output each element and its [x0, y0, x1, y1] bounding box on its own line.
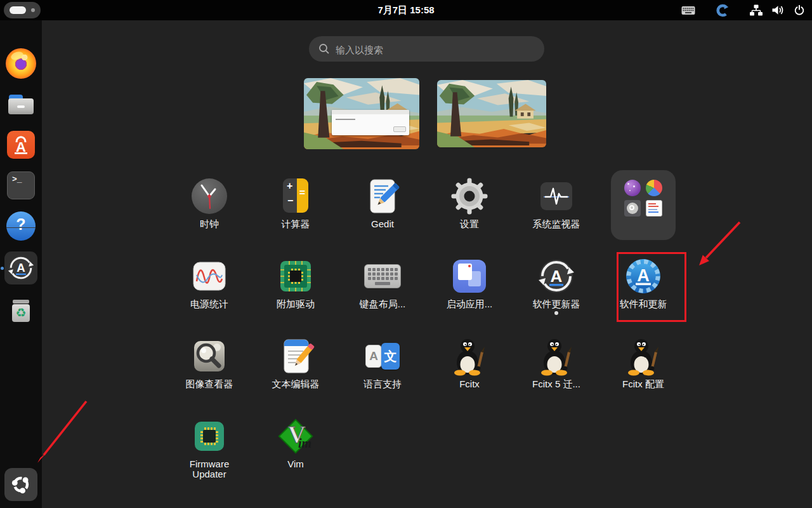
language-support-icon: A 文: [362, 336, 403, 377]
annotation-highlight-box: [617, 252, 686, 322]
firmware-updater-icon: [189, 416, 230, 457]
app-label: 图像查看器: [174, 379, 244, 389]
top-bar: 7月7日 15:58: [0, 0, 812, 20]
app-calculator[interactable]: +−= 计算器: [261, 170, 331, 246]
app-label: Fcitx 5 迁...: [521, 379, 591, 389]
dock-firefox-button[interactable]: [6, 48, 36, 79]
text-editor-icon: [275, 336, 316, 377]
ubuntu-logo-icon: [10, 473, 32, 496]
additional-drivers-icon: [275, 256, 316, 297]
vim-icon: V im: [275, 416, 316, 457]
app-label: 文本编辑器: [261, 379, 331, 389]
app-folder-tools[interactable]: 工具: [608, 170, 678, 246]
workspace-thumbnail-1[interactable]: [304, 78, 419, 149]
fcitx-penguin-icon: [449, 336, 490, 377]
dock-trash-button[interactable]: ♻: [6, 295, 36, 325]
system-monitor-icon: [536, 176, 577, 217]
dock-ubuntu-software-button[interactable]: A: [6, 130, 36, 160]
dialog-window-thumbnail[interactable]: [332, 110, 409, 135]
wallpaper: [437, 80, 546, 147]
app-label: Fcitx: [435, 379, 504, 389]
dock: A >_ ? ♻: [0, 20, 42, 508]
show-apps-button[interactable]: [4, 468, 37, 501]
running-indicator-dot: [1, 267, 4, 270]
workspace-thumbnail-2[interactable]: [437, 80, 546, 147]
app-software-updater[interactable]: 软件更新器: [521, 250, 591, 326]
app-fcitx[interactable]: Fcitx: [435, 330, 504, 406]
app-startup-applications[interactable]: 启动应用...: [435, 250, 504, 326]
app-power-statistics[interactable]: 电源统计: [174, 250, 244, 326]
app-label: Vim: [261, 459, 331, 469]
app-label: Gedit: [348, 219, 417, 229]
app-label: 设置: [435, 219, 504, 229]
app-system-monitor[interactable]: 系统监视器: [521, 170, 591, 246]
help-icon: ?: [6, 211, 36, 241]
image-viewer-icon: [189, 336, 230, 377]
dock-help-button[interactable]: ?: [6, 211, 36, 241]
app-label: 电源统计: [174, 299, 244, 309]
app-fcitx-config[interactable]: Fcitx 配置: [608, 330, 678, 406]
keyboard-icon[interactable]: [681, 6, 695, 15]
clock-icon: [189, 176, 230, 217]
app-text-editor[interactable]: 文本编辑器: [261, 330, 331, 406]
settings-gear-icon: [449, 176, 490, 217]
search-bar[interactable]: [309, 36, 544, 62]
app-vim[interactable]: V im Vim: [261, 410, 331, 486]
tools-folder-icon: [623, 176, 664, 217]
fcitx-penguin-icon: [623, 336, 664, 377]
search-input[interactable]: [334, 36, 534, 63]
terminal-icon: >_: [7, 171, 35, 199]
app-clock[interactable]: 时钟: [174, 170, 244, 246]
dock-files-button[interactable]: [6, 89, 36, 119]
app-label: 附加驱动: [261, 299, 331, 309]
annotation-arrow-to-software-and-updates: [699, 222, 740, 265]
app-image-viewer[interactable]: 图像查看器: [174, 330, 244, 406]
dock-divider: [6, 227, 36, 228]
keyboard-layout-icon: [362, 256, 403, 297]
running-indicator-dot: [554, 311, 558, 315]
app-language-support[interactable]: A 文 语言支持: [348, 330, 417, 406]
app-gedit[interactable]: Gedit: [348, 170, 417, 246]
app-settings[interactable]: 设置: [435, 170, 504, 246]
gedit-icon: [362, 176, 403, 217]
software-updater-icon: [536, 256, 577, 297]
app-label: 系统监视器: [521, 219, 591, 229]
app-fcitx5-migration[interactable]: Fcitx 5 迁...: [521, 330, 591, 406]
annotation-arrow-to-show-apps: [37, 401, 86, 463]
app-label: 键盘布局...: [348, 299, 417, 309]
app-label: 启动应用...: [435, 299, 504, 309]
dock-software-and-updates-button[interactable]: [4, 251, 37, 284]
power-icon[interactable]: [793, 4, 806, 17]
status-tray[interactable]: [681, 0, 806, 20]
search-icon: [318, 43, 330, 55]
app-label: 计算器: [261, 219, 331, 229]
app-firmware-updater[interactable]: Firmware Updater: [174, 410, 244, 486]
software-and-updates-icon: [6, 253, 36, 283]
startup-applications-icon: [449, 256, 490, 297]
dock-terminal-button[interactable]: >_: [6, 170, 36, 201]
trash-icon: ♻: [6, 295, 36, 325]
power-statistics-icon: [189, 256, 230, 297]
volume-icon[interactable]: [771, 4, 785, 17]
network-wired-icon[interactable]: [749, 4, 763, 17]
calculator-icon: +−=: [275, 176, 316, 217]
app-label: 软件更新器: [521, 299, 591, 309]
ubuntu-software-icon: A: [7, 131, 35, 159]
app-keyboard-layout[interactable]: 键盘布局...: [348, 250, 417, 326]
fcitx-penguin-icon: [536, 336, 577, 377]
svg-text:im: im: [298, 436, 311, 450]
fcitx-input-method-icon[interactable]: [716, 4, 729, 17]
firefox-icon: [6, 48, 36, 79]
app-label: 语言支持: [348, 379, 417, 389]
app-label: Fcitx 配置: [608, 379, 678, 389]
app-additional-drivers[interactable]: 附加驱动: [261, 250, 331, 326]
app-label: 时钟: [174, 219, 244, 229]
files-icon: [6, 89, 36, 119]
app-label: Firmware Updater: [174, 459, 244, 479]
